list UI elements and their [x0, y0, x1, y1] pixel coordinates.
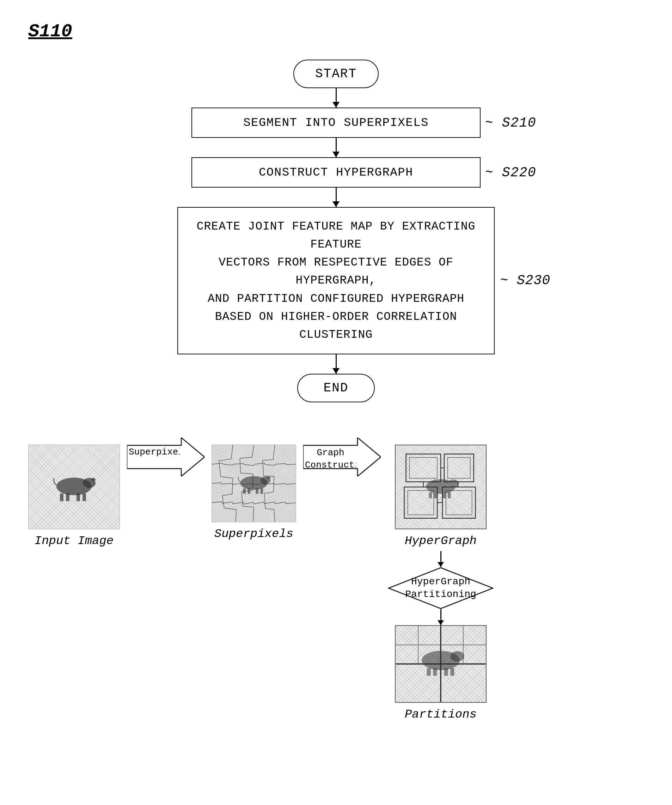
step1-id: ~ S210: [485, 115, 536, 130]
arrow-graph-construction-wrapper: GraphConstruction: [303, 438, 381, 476]
superpixels-cow: [236, 470, 271, 495]
arrow2-row: [28, 138, 644, 157]
step3-box: CREATE JOINT FEATURE MAP BY EXTRACTING F…: [177, 207, 495, 354]
bottom-section: Input Image Superpixelization: [0, 416, 672, 742]
step2-label: CONSTRUCT HYPERGRAPH: [259, 166, 413, 179]
step1-label: SEGMENT INTO SUPERPIXELS: [243, 116, 429, 130]
input-image-col: Input Image: [28, 445, 120, 548]
cow-silhouette: [51, 469, 97, 501]
arrow2-text: GraphConstruction: [305, 445, 356, 468]
arrow1-text: Superpixelization: [129, 447, 180, 458]
svg-rect-46: [450, 668, 454, 676]
step-id-label: S110: [28, 21, 72, 42]
arrow-superpixelization-wrapper: Superpixelization: [127, 438, 204, 476]
arrow1-row: [28, 88, 644, 108]
end-node: END: [297, 374, 375, 402]
arrow-1: [336, 88, 337, 108]
svg-rect-30: [429, 492, 432, 498]
partitions-col: Partitions: [395, 625, 486, 721]
svg-rect-4: [66, 493, 69, 501]
superpixels-col: Superpixels: [212, 445, 296, 540]
flowchart: START SEGMENT INTO SUPERPIXELS ~ S210 CO…: [28, 59, 644, 402]
step3-row: CREATE JOINT FEATURE MAP BY EXTRACTING F…: [28, 207, 644, 354]
down-arrow-1: [440, 551, 441, 567]
svg-rect-44: [433, 668, 437, 676]
svg-rect-13: [256, 488, 258, 494]
svg-rect-5: [77, 493, 80, 501]
diagram-container: Input Image Superpixelization: [28, 445, 644, 721]
svg-rect-33: [448, 492, 450, 498]
svg-rect-3: [60, 493, 64, 501]
partitioning-section: HyperGraph Partitioning: [388, 551, 494, 721]
arrow-2: [336, 138, 337, 157]
arrow4-row: [28, 354, 644, 374]
superpixelization-arrow: Superpixelization: [127, 438, 204, 476]
svg-rect-32: [443, 492, 446, 498]
svg-point-42: [450, 651, 464, 662]
partitions-grid-overlay: [396, 626, 486, 702]
step2-id: ~ S220: [485, 165, 536, 180]
start-node: START: [293, 59, 379, 88]
superpixels-label: Superpixels: [214, 527, 293, 540]
superpixels-image: [212, 445, 296, 522]
svg-point-10: [267, 476, 270, 478]
step2-row: CONSTRUCT HYPERGRAPH ~ S220: [28, 157, 644, 187]
svg-rect-31: [434, 492, 437, 498]
step3-line4: BASED ON HIGHER-ORDER CORRELATION CLUSTE…: [215, 310, 457, 341]
hypergraph-image: [395, 445, 486, 529]
svg-rect-11: [243, 488, 246, 494]
partitions-image: [395, 625, 486, 703]
svg-rect-14: [260, 488, 263, 494]
svg-point-2: [91, 478, 95, 481]
partitioning-diamond: HyperGraph Partitioning: [388, 567, 494, 609]
partitions-label: Partitions: [405, 708, 476, 721]
svg-rect-6: [82, 493, 86, 501]
arrow-3: [336, 187, 337, 207]
svg-point-29: [448, 480, 459, 488]
start-row: START: [28, 59, 644, 88]
graph-construction-arrow: GraphConstruction: [303, 438, 381, 476]
step3-id: ~ S230: [500, 271, 550, 291]
arrow3-row: [28, 187, 644, 207]
down-arrow-2: [440, 609, 441, 625]
right-column: HyperGraph HyperGraph Partitioning: [388, 445, 494, 721]
input-image: [28, 445, 120, 529]
top-section: S110 START SEGMENT INTO SUPERPIXELS ~ S2…: [0, 0, 672, 416]
step3-line2: VECTORS FROM RESPECTIVE EDGES OF HYPERGR…: [219, 256, 453, 287]
step3-line3: AND PARTITION CONFIGURED HYPERGRAPH: [208, 292, 464, 306]
step1-row: SEGMENT INTO SUPERPIXELS ~ S210: [28, 108, 644, 138]
svg-rect-43: [427, 668, 431, 676]
end-row: END: [28, 374, 644, 402]
partitioning-text: HyperGraph Partitioning: [388, 575, 494, 601]
step1-box: SEGMENT INTO SUPERPIXELS ~ S210: [191, 108, 481, 138]
step2-box: CONSTRUCT HYPERGRAPH ~ S220: [191, 157, 481, 187]
svg-rect-45: [444, 668, 448, 676]
svg-rect-12: [248, 488, 250, 494]
input-image-label: Input Image: [35, 534, 113, 548]
hypergraph-col: HyperGraph: [395, 445, 486, 548]
arrow-4: [336, 354, 337, 374]
hypergraph-label: HyperGraph: [405, 534, 476, 548]
hypergraph-cow: [421, 473, 460, 499]
step3-line1: CREATE JOINT FEATURE MAP BY EXTRACTING F…: [197, 220, 476, 251]
